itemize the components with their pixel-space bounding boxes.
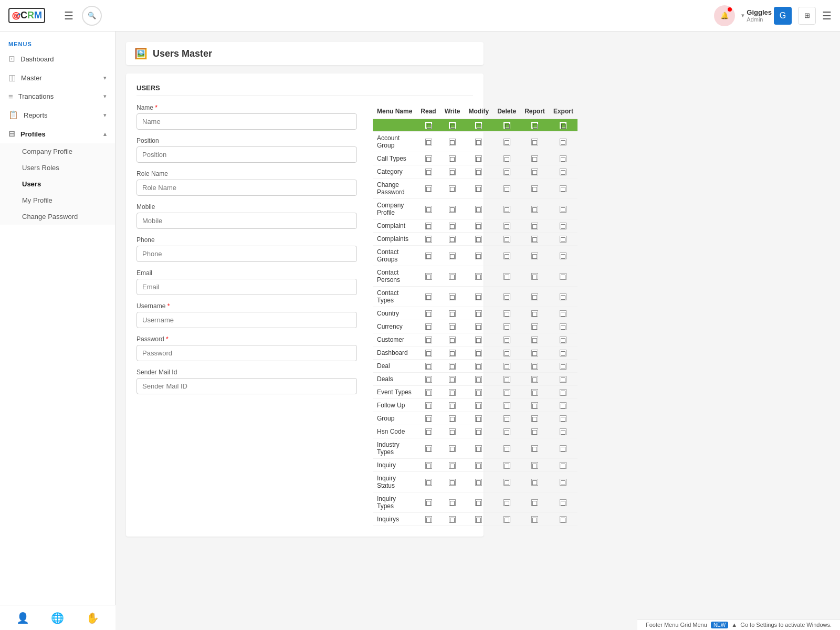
modify-checkbox-1[interactable]: ☐ bbox=[475, 155, 482, 162]
write-all-checkbox[interactable]: ☐ bbox=[449, 122, 456, 129]
notification-button[interactable]: 🔔 bbox=[714, 5, 735, 26]
report-checkbox-16[interactable]: ☐ bbox=[531, 389, 538, 396]
modify-checkbox-7[interactable]: ☐ bbox=[475, 253, 482, 259]
export-checkbox-24[interactable]: ☐ bbox=[560, 516, 566, 523]
delete-checkbox-5[interactable]: ☐ bbox=[503, 223, 510, 229]
export-checkbox-13[interactable]: ☐ bbox=[560, 350, 566, 356]
password-input[interactable] bbox=[136, 345, 357, 361]
read-checkbox-1[interactable]: ☐ bbox=[425, 155, 432, 162]
report-checkbox-9[interactable]: ☐ bbox=[531, 293, 538, 300]
name-input[interactable] bbox=[136, 113, 357, 130]
write-checkbox-9[interactable]: ☐ bbox=[449, 293, 456, 300]
delete-checkbox-8[interactable]: ☐ bbox=[503, 273, 510, 280]
write-checkbox-24[interactable]: ☐ bbox=[449, 516, 456, 523]
modify-checkbox-10[interactable]: ☐ bbox=[475, 310, 482, 317]
read-checkbox-13[interactable]: ☐ bbox=[425, 350, 432, 356]
sidebar-item-dashboard[interactable]: ⊡ Dashboard bbox=[0, 49, 115, 68]
submenu-my-profile[interactable]: My Profile bbox=[0, 192, 115, 208]
modify-checkbox-23[interactable]: ☐ bbox=[475, 499, 482, 506]
delete-checkbox-12[interactable]: ☐ bbox=[503, 337, 510, 343]
delete-checkbox-7[interactable]: ☐ bbox=[503, 253, 510, 259]
report-all-checkbox[interactable]: ☐ bbox=[531, 122, 538, 129]
write-checkbox-13[interactable]: ☐ bbox=[449, 350, 456, 356]
write-checkbox-19[interactable]: ☐ bbox=[449, 428, 456, 435]
delete-checkbox-20[interactable]: ☐ bbox=[503, 445, 510, 452]
delete-checkbox-19[interactable]: ☐ bbox=[503, 428, 510, 435]
export-checkbox-10[interactable]: ☐ bbox=[560, 310, 566, 317]
export-checkbox-22[interactable]: ☐ bbox=[560, 479, 566, 486]
delete-checkbox-17[interactable]: ☐ bbox=[503, 402, 510, 409]
write-checkbox-5[interactable]: ☐ bbox=[449, 223, 456, 229]
report-checkbox-5[interactable]: ☐ bbox=[531, 223, 538, 229]
delete-all-checkbox[interactable]: ☐ bbox=[503, 122, 510, 129]
write-checkbox-4[interactable]: ☐ bbox=[449, 206, 456, 213]
read-checkbox-15[interactable]: ☐ bbox=[425, 376, 432, 383]
modify-all-checkbox[interactable]: ☐ bbox=[475, 122, 482, 129]
report-checkbox-22[interactable]: ☐ bbox=[531, 479, 538, 486]
modify-checkbox-0[interactable]: ☐ bbox=[475, 139, 482, 145]
report-checkbox-24[interactable]: ☐ bbox=[531, 516, 538, 523]
bottom-icon-user[interactable]: 👤 bbox=[16, 612, 29, 624]
delete-checkbox-1[interactable]: ☐ bbox=[503, 155, 510, 162]
submenu-users[interactable]: Users bbox=[0, 176, 115, 192]
write-checkbox-14[interactable]: ☐ bbox=[449, 363, 456, 370]
modify-checkbox-8[interactable]: ☐ bbox=[475, 273, 482, 280]
export-checkbox-16[interactable]: ☐ bbox=[560, 389, 566, 396]
write-checkbox-18[interactable]: ☐ bbox=[449, 415, 456, 422]
delete-checkbox-13[interactable]: ☐ bbox=[503, 350, 510, 356]
delete-checkbox-0[interactable]: ☐ bbox=[503, 139, 510, 145]
export-checkbox-18[interactable]: ☐ bbox=[560, 415, 566, 422]
delete-checkbox-11[interactable]: ☐ bbox=[503, 323, 510, 330]
read-checkbox-16[interactable]: ☐ bbox=[425, 389, 432, 396]
modify-checkbox-14[interactable]: ☐ bbox=[475, 363, 482, 370]
read-checkbox-7[interactable]: ☐ bbox=[425, 253, 432, 259]
sender-mail-input[interactable] bbox=[136, 378, 357, 394]
write-checkbox-16[interactable]: ☐ bbox=[449, 389, 456, 396]
report-checkbox-15[interactable]: ☐ bbox=[531, 376, 538, 383]
delete-checkbox-9[interactable]: ☐ bbox=[503, 293, 510, 300]
modify-checkbox-15[interactable]: ☐ bbox=[475, 376, 482, 383]
export-checkbox-4[interactable]: ☐ bbox=[560, 206, 566, 213]
sidebar-item-reports[interactable]: 📋 Reports ▾ bbox=[0, 106, 115, 124]
read-checkbox-11[interactable]: ☐ bbox=[425, 323, 432, 330]
delete-checkbox-16[interactable]: ☐ bbox=[503, 389, 510, 396]
write-checkbox-21[interactable]: ☐ bbox=[449, 462, 456, 469]
delete-checkbox-22[interactable]: ☐ bbox=[503, 479, 510, 486]
report-checkbox-18[interactable]: ☐ bbox=[531, 415, 538, 422]
read-checkbox-21[interactable]: ☐ bbox=[425, 462, 432, 469]
report-checkbox-4[interactable]: ☐ bbox=[531, 206, 538, 213]
report-checkbox-17[interactable]: ☐ bbox=[531, 402, 538, 409]
delete-checkbox-10[interactable]: ☐ bbox=[503, 310, 510, 317]
search-button[interactable]: 🔍 bbox=[82, 6, 102, 26]
write-checkbox-11[interactable]: ☐ bbox=[449, 323, 456, 330]
delete-checkbox-18[interactable]: ☐ bbox=[503, 415, 510, 422]
write-checkbox-17[interactable]: ☐ bbox=[449, 402, 456, 409]
export-checkbox-8[interactable]: ☐ bbox=[560, 273, 566, 280]
export-checkbox-20[interactable]: ☐ bbox=[560, 445, 566, 452]
write-checkbox-3[interactable]: ☐ bbox=[449, 185, 456, 192]
read-checkbox-20[interactable]: ☐ bbox=[425, 445, 432, 452]
sidebar-item-profiles[interactable]: ⊟ Profiles ▴ bbox=[0, 124, 115, 143]
grid-view-button[interactable]: ⊞ bbox=[798, 7, 816, 25]
write-checkbox-12[interactable]: ☐ bbox=[449, 337, 456, 343]
bottom-icon-hand[interactable]: ✋ bbox=[86, 612, 99, 624]
export-checkbox-2[interactable]: ☐ bbox=[560, 169, 566, 175]
modify-checkbox-17[interactable]: ☐ bbox=[475, 402, 482, 409]
report-checkbox-7[interactable]: ☐ bbox=[531, 253, 538, 259]
delete-checkbox-14[interactable]: ☐ bbox=[503, 363, 510, 370]
delete-checkbox-21[interactable]: ☐ bbox=[503, 462, 510, 469]
write-checkbox-0[interactable]: ☐ bbox=[449, 139, 456, 145]
modify-checkbox-6[interactable]: ☐ bbox=[475, 236, 482, 243]
modify-checkbox-22[interactable]: ☐ bbox=[475, 479, 482, 486]
export-checkbox-23[interactable]: ☐ bbox=[560, 499, 566, 506]
write-checkbox-2[interactable]: ☐ bbox=[449, 169, 456, 175]
read-checkbox-2[interactable]: ☐ bbox=[425, 169, 432, 175]
phone-input[interactable] bbox=[136, 246, 357, 262]
report-checkbox-3[interactable]: ☐ bbox=[531, 185, 538, 192]
username-input[interactable] bbox=[136, 312, 357, 328]
export-checkbox-15[interactable]: ☐ bbox=[560, 376, 566, 383]
read-checkbox-14[interactable]: ☐ bbox=[425, 363, 432, 370]
modify-checkbox-24[interactable]: ☐ bbox=[475, 516, 482, 523]
write-checkbox-10[interactable]: ☐ bbox=[449, 310, 456, 317]
read-checkbox-9[interactable]: ☐ bbox=[425, 293, 432, 300]
